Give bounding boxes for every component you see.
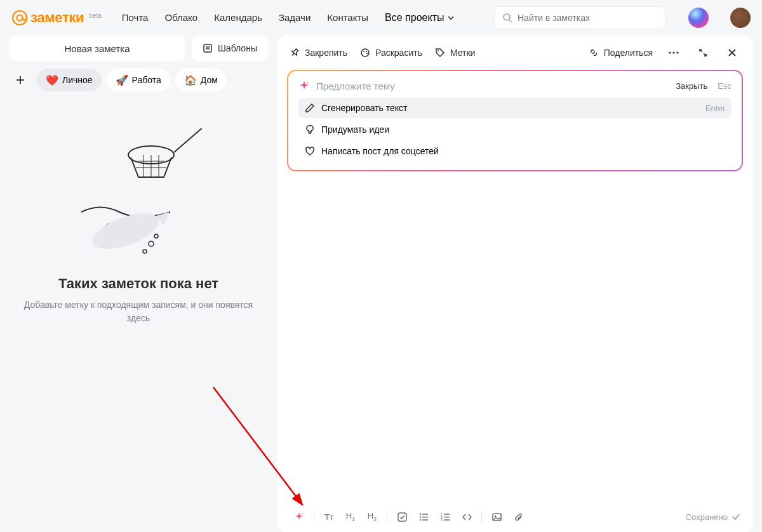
search-input[interactable] <box>518 13 657 23</box>
tag-label: Дом <box>201 75 218 85</box>
nav-tasks[interactable]: Задачи <box>279 12 311 23</box>
new-note-button[interactable]: Новая заметка <box>9 36 185 61</box>
ai-prompt-input[interactable] <box>316 81 669 91</box>
logo[interactable]: заметки beta <box>11 10 102 26</box>
ai-close-label[interactable]: Закрыть <box>676 81 707 91</box>
chevron-down-icon <box>448 15 454 21</box>
bullet-list-button[interactable] <box>414 507 433 526</box>
ai-option-generate[interactable]: Сгенерировать текст Enter <box>298 98 732 118</box>
svg-rect-30 <box>398 513 406 521</box>
svg-point-19 <box>154 234 158 238</box>
share-button[interactable]: Поделиться <box>589 48 653 58</box>
tag-personal[interactable]: ❤️ Личное <box>37 69 102 91</box>
text-style-button[interactable]: Tт <box>319 507 338 526</box>
nav-cloud[interactable]: Облако <box>164 12 197 23</box>
checkbox-icon <box>398 512 407 522</box>
paperclip-icon <box>514 512 523 522</box>
ai-option-ideas[interactable]: Придумать идеи <box>298 119 732 140</box>
empty-subtitle: Добавьте метку к подходящим записям, и о… <box>19 298 258 325</box>
nav-calendar[interactable]: Календарь <box>214 12 262 23</box>
svg-point-17 <box>149 241 154 246</box>
svg-point-21 <box>363 51 364 52</box>
ai-esc-hint: Esc <box>718 81 732 91</box>
pin-button[interactable]: Закрепить <box>290 48 347 58</box>
tags-row: ❤️ Личное 🚀 Работа 🏠 Дом <box>9 69 268 91</box>
nav-contacts[interactable]: Контакты <box>327 12 368 23</box>
svg-point-31 <box>419 513 420 514</box>
ai-format-button[interactable] <box>290 507 309 526</box>
code-button[interactable] <box>457 507 476 526</box>
house-icon: 🏠 <box>184 74 197 86</box>
user-avatar[interactable] <box>730 8 751 28</box>
ai-prompt-box: Закрыть Esc Сгенерировать текст Enter Пр… <box>287 70 743 171</box>
sparkle-icon <box>294 512 304 522</box>
svg-point-0 <box>13 11 27 25</box>
attachment-button[interactable] <box>509 507 528 526</box>
logo-text: заметки <box>30 10 84 26</box>
svg-point-18 <box>143 249 147 253</box>
assistant-orb[interactable] <box>688 8 709 28</box>
palette-icon <box>360 48 370 58</box>
svg-line-3 <box>509 20 512 22</box>
close-button[interactable] <box>724 44 740 61</box>
tag-home[interactable]: 🏠 Дом <box>175 69 227 91</box>
svg-point-26 <box>672 51 674 53</box>
svg-line-15 <box>174 128 202 152</box>
tag-icon <box>435 48 445 58</box>
tag-label: Работа <box>132 75 161 85</box>
pencil-icon <box>305 103 315 113</box>
pin-icon <box>290 48 300 58</box>
at-icon <box>11 10 28 26</box>
svg-point-16 <box>88 206 163 256</box>
saved-status: Сохранено <box>686 512 740 522</box>
svg-point-27 <box>676 51 678 53</box>
color-button[interactable]: Раскрасить <box>360 48 422 58</box>
top-header: заметки beta Почта Облако Календарь Зада… <box>0 0 762 36</box>
tag-label: Личное <box>62 75 93 85</box>
list-icon <box>419 512 429 522</box>
expand-button[interactable] <box>695 44 711 61</box>
svg-point-24 <box>438 50 439 51</box>
svg-point-25 <box>669 51 671 53</box>
nav-mail[interactable]: Почта <box>122 12 149 23</box>
add-tag-button[interactable] <box>9 69 32 91</box>
logo-beta: beta <box>89 12 101 19</box>
ai-option-social[interactable]: Написать пост для соцсетей <box>298 141 732 161</box>
numbered-list-icon: 123 <box>441 512 450 522</box>
check-icon <box>732 512 740 521</box>
ai-options: Сгенерировать текст Enter Придумать идеи… <box>298 98 732 161</box>
h2-button[interactable]: H2 <box>363 507 382 526</box>
tag-work[interactable]: 🚀 Работа <box>107 69 170 91</box>
heart-icon: ❤️ <box>46 74 58 86</box>
search-icon <box>502 13 512 23</box>
empty-illustration <box>75 117 202 263</box>
svg-point-22 <box>366 51 367 52</box>
template-icon <box>203 43 213 53</box>
sidebar: Новая заметка Шаблоны ❤️ Личное 🚀 Работа… <box>9 36 268 532</box>
sparkle-icon <box>298 80 310 91</box>
lightbulb-icon <box>305 124 315 135</box>
editor-panel: Закрепить Раскрасить Метки Поделиться <box>277 36 753 532</box>
plus-icon <box>15 75 25 85</box>
rocket-icon: 🚀 <box>116 74 128 86</box>
code-icon <box>462 512 472 522</box>
svg-point-2 <box>504 14 510 20</box>
image-button[interactable] <box>487 507 506 526</box>
editor-toolbar: Закрепить Раскрасить Метки Поделиться <box>277 36 753 70</box>
numbered-list-button[interactable]: 123 <box>436 507 455 526</box>
heart-outline-icon <box>305 146 315 156</box>
h1-button[interactable]: H1 <box>341 507 360 526</box>
search-box[interactable] <box>494 6 665 29</box>
checkbox-button[interactable] <box>392 507 411 526</box>
svg-point-35 <box>419 519 420 520</box>
tags-button[interactable]: Метки <box>435 48 476 58</box>
ellipsis-icon <box>669 51 679 54</box>
svg-rect-4 <box>204 44 211 52</box>
svg-point-33 <box>419 516 420 517</box>
svg-text:3: 3 <box>441 518 443 522</box>
close-icon <box>728 48 737 57</box>
templates-button[interactable]: Шаблоны <box>192 36 268 61</box>
nav-projects[interactable]: Все проекты <box>385 12 454 23</box>
svg-point-23 <box>366 53 368 54</box>
more-button[interactable] <box>665 44 682 61</box>
